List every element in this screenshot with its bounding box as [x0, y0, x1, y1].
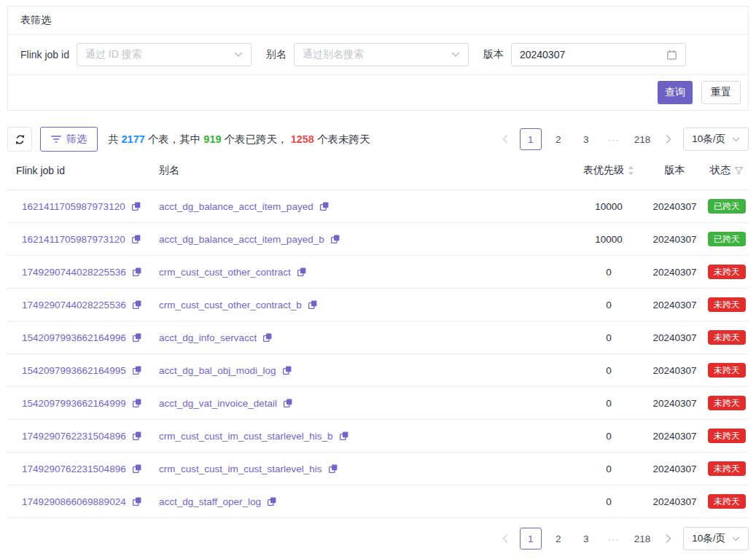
pager-prev[interactable]	[496, 528, 514, 550]
flink-job-id-link[interactable]: 1749290866069889024	[22, 496, 126, 507]
alias-link[interactable]: acct_dg_bal_obj_modi_log	[159, 365, 276, 376]
filter-toggle-label: 筛选	[66, 133, 87, 146]
copy-icon[interactable]	[330, 234, 340, 244]
copy-icon[interactable]	[132, 431, 142, 441]
alias-link[interactable]: acct_dg_info_servacct	[159, 332, 257, 343]
alias-link[interactable]: crm_cust_cust_im_cust_starlevel_his_b	[159, 431, 333, 442]
copy-icon[interactable]	[262, 332, 273, 343]
copy-icon[interactable]	[328, 464, 338, 474]
sorter-icon[interactable]	[628, 165, 634, 176]
flink-job-id-link[interactable]: 1542097993662164999	[22, 398, 126, 409]
table-header-row: Flink job id 别名 表优先级 版本 状态	[7, 152, 749, 190]
flink-job-id-link[interactable]: 1621411705987973120	[22, 201, 125, 212]
version-date-value: 20240307	[520, 49, 666, 60]
chevron-down-icon	[234, 52, 243, 58]
copy-icon[interactable]	[131, 234, 141, 244]
table-row: 1621411705987973120 acct_dg_balance_acct…	[7, 223, 749, 256]
pager-pages: 123···218	[520, 128, 655, 150]
copy-icon[interactable]	[132, 365, 142, 375]
pager-next[interactable]	[660, 128, 677, 150]
filter-toggle-button[interactable]: 筛选	[40, 127, 98, 152]
copy-icon[interactable]	[132, 300, 142, 310]
pager-prev[interactable]	[496, 128, 514, 150]
filter-card-title: 表筛选	[8, 7, 748, 35]
pager-page-1[interactable]: 1	[520, 528, 542, 550]
status-badge: 未跨天	[708, 494, 746, 509]
copy-icon[interactable]	[339, 431, 349, 441]
pager-page-2[interactable]: 2	[547, 128, 569, 150]
results-table: Flink job id 别名 表优先级 版本 状态 1621411705987…	[7, 152, 749, 518]
table-row: 1749290744028225536 crm_cust_cust_other_…	[7, 289, 749, 321]
refresh-button[interactable]	[7, 127, 32, 152]
pager-page-3[interactable]: 3	[575, 128, 597, 150]
pager-page-218[interactable]: 218	[631, 528, 655, 550]
copy-icon[interactable]	[267, 496, 277, 507]
alias-select[interactable]: 通过别名搜索	[294, 43, 469, 66]
copy-icon[interactable]	[132, 332, 142, 343]
alias-link[interactable]: acct_dg_balance_acct_item_payed_b	[159, 234, 324, 245]
filter-card: 表筛选 Flink job id 通过 ID 搜索 别名 通过别名搜索 版本 2…	[7, 6, 749, 111]
refresh-icon	[15, 134, 26, 145]
flink-job-id-link[interactable]: 1542097993662164996	[22, 332, 126, 343]
alias-link[interactable]: crm_cust_cust_other_contract	[159, 267, 291, 278]
version-date-input[interactable]: 20240307	[511, 43, 686, 66]
pager-next[interactable]	[660, 528, 677, 550]
flink-job-id-link[interactable]: 1749290744028225536	[22, 300, 126, 310]
flink-job-id-link[interactable]: 1542097993662164995	[22, 365, 126, 376]
pager-page-1[interactable]: 1	[520, 128, 542, 150]
status-badge: 未跨天	[708, 461, 746, 476]
copy-icon[interactable]	[283, 398, 293, 408]
reset-button[interactable]: 重置	[701, 81, 741, 104]
header-status-label: 状态	[710, 164, 730, 177]
copy-icon[interactable]	[297, 267, 307, 277]
filter-funnel-icon[interactable]	[734, 166, 744, 176]
priority-cell: 10000	[573, 201, 644, 212]
copy-icon[interactable]	[132, 267, 142, 277]
pager-page-3[interactable]: 3	[575, 528, 597, 550]
filter-row: Flink job id 通过 ID 搜索 别名 通过别名搜索 版本 20240…	[8, 35, 748, 75]
version-cell: 20240307	[644, 496, 705, 507]
pager-ellipsis[interactable]: ···	[603, 528, 625, 550]
pager-pages: 123···218	[520, 528, 655, 550]
alias-link[interactable]: acct_dg_balance_acct_item_payed	[159, 201, 313, 212]
copy-icon[interactable]	[132, 398, 142, 408]
flink-job-id-link[interactable]: 1749290744028225536	[22, 267, 126, 278]
alias-link[interactable]: acct_dg_staff_oper_log	[159, 496, 261, 507]
pager-ellipsis[interactable]: ···	[603, 128, 625, 150]
flink-job-id-link[interactable]: 1749290762231504896	[22, 431, 126, 442]
priority-cell: 0	[573, 398, 644, 409]
priority-cell: 0	[573, 365, 644, 376]
copy-icon[interactable]	[132, 464, 142, 474]
flink-job-id-select[interactable]: 通过 ID 搜索	[77, 43, 252, 66]
copy-icon[interactable]	[308, 300, 318, 310]
flink-job-id-link[interactable]: 1749290762231504896	[22, 464, 126, 474]
pager-page-218[interactable]: 218	[631, 128, 655, 150]
version-cell: 20240307	[644, 234, 705, 245]
copy-icon[interactable]	[131, 201, 141, 211]
alias-link[interactable]: crm_cust_cust_im_cust_starlevel_his	[159, 464, 322, 474]
status-badge: 未跨天	[708, 429, 746, 443]
header-version: 版本	[644, 164, 705, 177]
priority-cell: 10000	[573, 234, 644, 245]
total-count: 2177	[122, 133, 145, 145]
pager-page-2[interactable]: 2	[547, 528, 569, 550]
summary-text: 共 2177 个表，其中 919 个表已跨天， 1258 个表未跨天	[108, 133, 370, 146]
chevron-down-icon	[732, 137, 740, 142]
copy-icon[interactable]	[132, 496, 142, 507]
alias-link[interactable]: acct_dg_vat_invoice_detail	[159, 398, 277, 409]
page-size-select[interactable]: 10条/页	[683, 527, 749, 550]
alias-link[interactable]: crm_cust_cust_other_contract_b	[159, 300, 302, 310]
copy-icon[interactable]	[319, 201, 330, 211]
page-size-select[interactable]: 10条/页	[683, 128, 749, 151]
version-cell: 20240307	[644, 431, 705, 442]
filter-lines-icon	[51, 134, 61, 144]
header-priority[interactable]: 表优先级	[573, 164, 644, 177]
filter-actions-row: 查询 重置	[8, 75, 748, 110]
pagination-bottom: 123···218 10条/页	[496, 527, 749, 550]
chevron-right-icon	[666, 534, 671, 543]
table-row: 1749290866069889024 acct_dg_staff_oper_l…	[7, 485, 749, 518]
copy-icon[interactable]	[282, 365, 292, 375]
flink-job-id-placeholder: 通过 ID 搜索	[85, 48, 234, 61]
search-button[interactable]: 查询	[658, 81, 693, 104]
flink-job-id-link[interactable]: 1621411705987973120	[22, 234, 125, 245]
